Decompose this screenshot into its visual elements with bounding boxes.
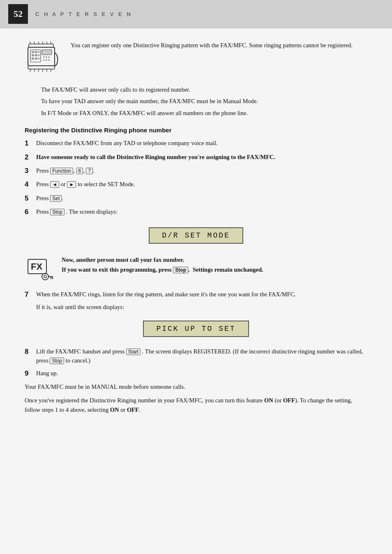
svg-rect-11 xyxy=(38,51,39,53)
step-5-text: Press Set. xyxy=(36,194,367,203)
svg-point-21 xyxy=(48,57,50,58)
svg-rect-18 xyxy=(42,50,52,55)
step-6-suffix: . The screen displays: xyxy=(66,208,118,215)
indent-2: To have your TAD answer only the main nu… xyxy=(41,97,367,106)
key-start: Start xyxy=(126,349,141,355)
svg-rect-12 xyxy=(32,54,34,56)
step-num-3: 3 xyxy=(25,166,36,176)
note-2-off2: OFF xyxy=(127,406,139,413)
svg-rect-13 xyxy=(35,54,37,56)
svg-rect-17 xyxy=(38,58,39,60)
step-8-prefix: Lift the FAX/MFC handset and press xyxy=(36,348,126,355)
step-6-text: Press Stop . The screen displays: xyxy=(36,207,367,216)
step-num-5: 5 xyxy=(25,193,36,204)
step-4-prefix: Press xyxy=(36,181,50,187)
svg-line-31 xyxy=(51,69,51,72)
intro-section: You can register only one Distinctive Ri… xyxy=(25,41,367,78)
callout-bold1: Now, another person must call your fax n… xyxy=(62,255,263,265)
svg-rect-15 xyxy=(32,58,34,60)
page-header: 52 C H A P T E R S E V E N xyxy=(0,0,392,28)
step-9: 9 Hang up. xyxy=(25,369,367,379)
svg-rect-9 xyxy=(32,51,34,53)
callout-text-block: Now, another person must call your fax n… xyxy=(62,255,263,274)
step-2: 2 Have someone ready to call the Distinc… xyxy=(25,152,367,163)
step-7-sub: If it is, wait until the screen displays… xyxy=(36,304,367,311)
callout-bold2-prefix: If you want to exit this programming, pr… xyxy=(62,266,173,273)
step-4-suffix: to select the SET Mode. xyxy=(78,181,135,187)
key-set: Set xyxy=(50,195,62,202)
lcd-display-2: PICK UP TO SET xyxy=(143,321,249,337)
svg-line-3 xyxy=(38,42,39,44)
step-9-text: Hang up. xyxy=(36,369,367,378)
step-8-suffix: to cancel.) xyxy=(66,357,90,364)
page: 52 C H A P T E R S E V E N xyxy=(0,0,392,554)
svg-text:FX: FX xyxy=(31,261,42,272)
key-function: Function xyxy=(50,168,73,174)
step-2-text: Have someone ready to call the Distincti… xyxy=(36,152,367,162)
svg-line-29 xyxy=(42,69,43,72)
indent-3: In F/T Mode or FAX ONLY, the FAX/MFC wil… xyxy=(41,108,367,118)
step-7-text: When the FAX/MFC rings, listen for the r… xyxy=(36,290,367,299)
intro-text-block: You can register only one Distinctive Ri… xyxy=(71,41,353,50)
fax-machine-icon xyxy=(25,41,62,78)
svg-line-30 xyxy=(46,69,47,72)
svg-line-5 xyxy=(46,42,47,44)
svg-line-27 xyxy=(34,69,35,72)
step-3-prefix: Press xyxy=(36,167,50,174)
key-right-arrow: ► xyxy=(67,181,76,188)
svg-line-1 xyxy=(30,42,31,44)
key-stop-2: Stop xyxy=(50,358,64,364)
step-3: 3 Press Function, 6, 7. xyxy=(25,166,367,176)
svg-point-20 xyxy=(46,57,47,58)
step-num-8: 8 xyxy=(25,346,36,357)
note-1: Your FAX/MFC must be in MANUAL mode befo… xyxy=(25,382,367,392)
lcd-display-1: D/R SET MODE xyxy=(149,227,243,244)
svg-rect-10 xyxy=(35,51,37,53)
step-6: 6 Press Stop . The screen displays: xyxy=(25,207,367,217)
svg-point-35 xyxy=(44,275,46,278)
note-2-or: or xyxy=(119,406,127,413)
page-number: 52 xyxy=(8,4,28,24)
step-num-6: 6 xyxy=(25,207,36,217)
callout-box: FX Now, another person must call your fa… xyxy=(25,255,367,284)
note-2: Once you've registered the Distinctive R… xyxy=(25,396,367,415)
note-2-on: ON xyxy=(264,397,273,404)
svg-point-24 xyxy=(48,60,50,61)
fax-key-icon: FX xyxy=(25,255,53,284)
svg-rect-25 xyxy=(28,66,55,69)
step-4-text: Press ◄ or ► to select the SET Mode. xyxy=(36,180,367,189)
svg-line-26 xyxy=(30,69,31,72)
step-5: 5 Press Set. xyxy=(25,194,367,204)
key-left-arrow: ◄ xyxy=(50,181,59,188)
callout-bold2-suffix: Settings remain unchanged. xyxy=(193,266,263,273)
svg-point-23 xyxy=(46,60,47,61)
step-8: 8 Lift the FAX/MFC handset and press Sta… xyxy=(25,347,367,365)
step-3-text: Press Function, 6, 7. xyxy=(36,166,367,175)
svg-rect-16 xyxy=(35,58,37,60)
step-num-2: 2 xyxy=(25,152,36,163)
note-2-on2: ON xyxy=(110,406,119,413)
chapter-title: C H A P T E R S E V E N xyxy=(35,11,132,17)
step-5-prefix: Press xyxy=(36,195,50,201)
step-8-text: Lift the FAX/MFC handset and press Start… xyxy=(36,347,367,365)
step-7: 7 When the FAX/MFC rings, listen for the… xyxy=(25,290,367,300)
svg-line-2 xyxy=(34,42,35,44)
note-2-prefix: Once you've registered the Distinctive R… xyxy=(25,397,264,404)
note-2-mid: (or xyxy=(273,397,283,404)
step-1-text: Disconnect the FAX/MFC from any TAD or t… xyxy=(36,138,367,148)
intro-p1: You can register only one Distinctive Ri… xyxy=(71,41,353,50)
callout-bold2: If you want to exit this programming, pr… xyxy=(62,265,263,275)
step-num-1: 1 xyxy=(25,138,36,149)
svg-rect-0 xyxy=(29,44,53,47)
key-6: 6 xyxy=(76,168,83,174)
svg-point-22 xyxy=(44,60,45,61)
key-stop-callout: Stop xyxy=(173,267,188,273)
section-title: Registering the Distinctive Ringing phon… xyxy=(25,127,367,134)
indent-1: The FAX/MFC will answer only calls to it… xyxy=(41,85,367,94)
svg-line-6 xyxy=(51,42,51,44)
step-1: 1 Disconnect the FAX/MFC from any TAD or… xyxy=(25,138,367,149)
note-2-end: . xyxy=(139,406,141,413)
note-2-off: OFF xyxy=(283,397,295,404)
svg-rect-14 xyxy=(38,54,39,56)
svg-line-28 xyxy=(38,69,39,72)
